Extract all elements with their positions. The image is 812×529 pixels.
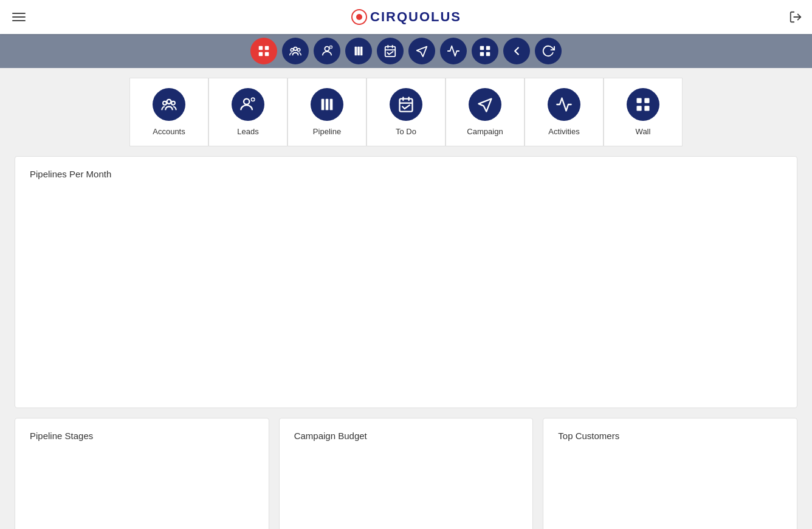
accounts-card[interactable]: Accounts [129, 78, 208, 146]
todo-icon-circle [390, 88, 422, 121]
main-content: Accounts Leads [0, 68, 812, 529]
pipeline-toolbar-icon [352, 44, 365, 58]
svg-rect-18 [385, 47, 396, 57]
toolbar-dashboard-button[interactable] [250, 38, 277, 64]
campaign-card[interactable]: Campaign [446, 78, 525, 146]
todo-icon [397, 96, 415, 113]
campaign-label: Campaign [467, 127, 503, 136]
svg-rect-36 [400, 99, 413, 112]
logo-text: CIRQUOLUS [370, 9, 461, 25]
campaign-icon [477, 96, 494, 113]
accounts-toolbar-icon [289, 44, 302, 58]
toolbar-accounts-button[interactable] [282, 38, 309, 64]
svg-rect-7 [265, 52, 269, 56]
svg-rect-25 [486, 52, 490, 56]
leads-toolbar-icon [320, 44, 334, 58]
svg-rect-42 [637, 106, 642, 111]
activities-icon [556, 96, 573, 113]
toolbar-campaign-button[interactable] [408, 38, 435, 64]
pipeline-icon [318, 96, 335, 113]
pipelines-per-month-title: Pipelines Per Month [30, 169, 782, 179]
logo: © CIRQUOLUS [351, 9, 461, 26]
pipeline-card[interactable]: Pipeline [287, 78, 366, 146]
activities-card[interactable]: Activities [525, 78, 604, 146]
pipeline-icon-circle [311, 88, 343, 121]
todo-toolbar-icon [384, 44, 397, 58]
wall-toolbar-icon [478, 44, 492, 58]
svg-rect-41 [644, 98, 649, 103]
bottom-charts-row: Pipeline Stages Campaign Budget Top Cust… [15, 418, 797, 529]
campaign-budget-title: Campaign Budget [294, 431, 518, 441]
accounts-label: Accounts [153, 127, 185, 136]
svg-rect-22 [480, 46, 484, 50]
svg-point-11 [325, 47, 329, 51]
toolbar [0, 34, 812, 68]
todo-label: To Do [396, 127, 416, 136]
svg-point-29 [244, 99, 249, 104]
hamburger-line-1 [12, 13, 26, 14]
leads-icon-circle [232, 88, 264, 121]
logout-button[interactable] [789, 10, 802, 24]
pipelines-per-month-section: Pipelines Per Month [15, 156, 797, 408]
pipeline-stages-section: Pipeline Stages [15, 418, 269, 529]
svg-point-26 [167, 100, 171, 104]
toolbar-activities-button[interactable] [440, 38, 467, 64]
dashboard-icon [257, 44, 270, 58]
toolbar-back-button[interactable] [503, 38, 530, 64]
toolbar-pipeline-button[interactable] [345, 38, 372, 64]
wall-icon [635, 96, 652, 113]
toolbar-todo-button[interactable] [377, 38, 404, 64]
top-customers-section: Top Customers [543, 418, 797, 529]
svg-rect-43 [644, 106, 649, 111]
svg-rect-15 [355, 47, 357, 56]
svg-rect-17 [360, 47, 363, 56]
svg-rect-6 [259, 52, 263, 56]
svg-point-8 [294, 47, 297, 51]
logo-icon: © [351, 9, 368, 26]
pipeline-label: Pipeline [313, 127, 341, 136]
top-customers-title: Top Customers [558, 431, 782, 441]
toolbar-wall-button[interactable] [472, 38, 498, 64]
hamburger-line-2 [12, 16, 26, 18]
wall-label: Wall [636, 127, 651, 136]
activities-icon-circle [548, 88, 580, 121]
svg-point-10 [297, 49, 300, 52]
svg-rect-5 [265, 46, 269, 50]
svg-rect-24 [480, 52, 484, 56]
activities-toolbar-icon [447, 44, 460, 58]
quick-access-section: Accounts Leads [15, 78, 797, 146]
svg-rect-35 [330, 99, 333, 111]
leads-icon [239, 96, 256, 113]
header: © CIRQUOLUS [0, 0, 812, 34]
hamburger-menu-button[interactable] [10, 10, 28, 24]
activities-label: Activities [548, 127, 579, 136]
svg-rect-40 [637, 98, 642, 103]
toolbar-leads-button[interactable] [314, 38, 340, 64]
svg-point-27 [163, 101, 167, 105]
campaign-budget-section: Campaign Budget [279, 418, 534, 529]
campaign-toolbar-icon [415, 44, 428, 58]
wall-card[interactable]: Wall [604, 78, 683, 146]
toolbar-refresh-button[interactable] [535, 38, 562, 64]
hamburger-line-3 [12, 20, 26, 21]
wall-icon-circle [627, 88, 659, 121]
accounts-icon-circle [153, 88, 185, 121]
svg-rect-33 [322, 99, 325, 111]
svg-rect-16 [357, 47, 360, 56]
accounts-icon [160, 96, 177, 113]
svg-text:©: © [357, 14, 362, 21]
pipeline-stages-title: Pipeline Stages [30, 431, 254, 441]
todo-card[interactable]: To Do [366, 78, 446, 146]
campaign-budget-chart [294, 451, 518, 529]
svg-point-9 [291, 49, 294, 52]
leads-card[interactable]: Leads [208, 78, 287, 146]
svg-point-28 [171, 101, 175, 105]
pipeline-stages-chart [30, 451, 254, 529]
pipelines-per-month-chart [30, 189, 782, 395]
svg-rect-34 [326, 99, 329, 111]
back-icon [510, 44, 523, 58]
svg-rect-23 [486, 46, 490, 50]
campaign-icon-circle [469, 88, 501, 121]
top-customers-chart [558, 451, 782, 529]
logout-icon [789, 10, 802, 24]
